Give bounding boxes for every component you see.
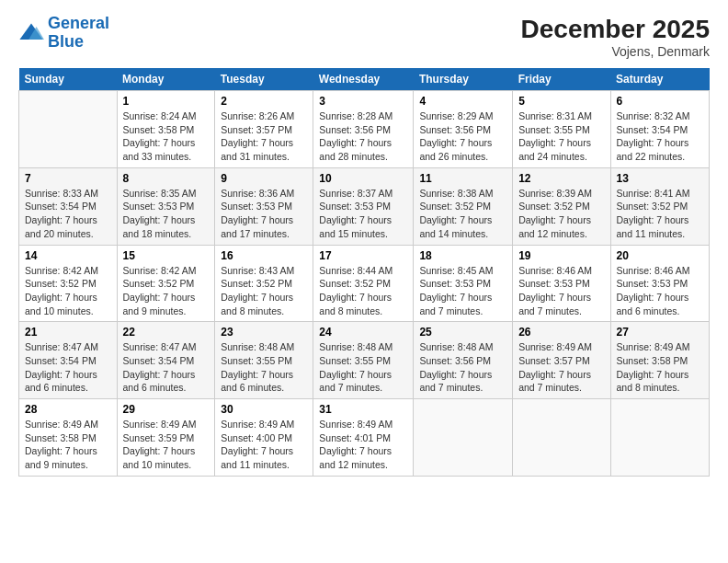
day-cell: 19Sunrise: 8:46 AM Sunset: 3:53 PM Dayli… (513, 245, 610, 322)
day-number: 7 (25, 172, 111, 185)
day-cell: 25Sunrise: 8:48 AM Sunset: 3:56 PM Dayli… (414, 322, 513, 399)
header-row: SundayMondayTuesdayWednesdayThursdayFrid… (19, 68, 710, 91)
day-info: Sunrise: 8:42 AM Sunset: 3:52 PM Dayligh… (123, 264, 210, 318)
day-info: Sunrise: 8:43 AM Sunset: 3:52 PM Dayligh… (221, 264, 307, 318)
day-cell: 21Sunrise: 8:47 AM Sunset: 3:54 PM Dayli… (19, 322, 118, 399)
logo-blue: Blue (48, 33, 109, 52)
day-info: Sunrise: 8:39 AM Sunset: 3:52 PM Dayligh… (518, 187, 604, 241)
day-info: Sunrise: 8:49 AM Sunset: 3:59 PM Dayligh… (123, 418, 210, 472)
day-info: Sunrise: 8:46 AM Sunset: 3:53 PM Dayligh… (617, 264, 703, 318)
day-cell: 9Sunrise: 8:36 AM Sunset: 3:53 PM Daylig… (215, 167, 313, 245)
week-row-2: 7Sunrise: 8:33 AM Sunset: 3:54 PM Daylig… (19, 167, 710, 245)
day-cell (610, 399, 709, 477)
day-number: 1 (123, 95, 210, 108)
week-row-3: 14Sunrise: 8:42 AM Sunset: 3:52 PM Dayli… (19, 245, 710, 322)
col-header-tuesday: Tuesday (215, 68, 313, 91)
col-header-thursday: Thursday (414, 68, 513, 91)
day-info: Sunrise: 8:36 AM Sunset: 3:53 PM Dayligh… (221, 187, 307, 241)
col-header-monday: Monday (117, 68, 215, 91)
day-number: 25 (419, 326, 506, 339)
day-info: Sunrise: 8:37 AM Sunset: 3:53 PM Dayligh… (319, 187, 407, 241)
day-info: Sunrise: 8:49 AM Sunset: 3:58 PM Dayligh… (25, 418, 111, 472)
day-cell: 30Sunrise: 8:49 AM Sunset: 4:00 PM Dayli… (215, 399, 313, 477)
day-cell: 20Sunrise: 8:46 AM Sunset: 3:53 PM Dayli… (610, 245, 709, 322)
day-cell: 18Sunrise: 8:45 AM Sunset: 3:53 PM Dayli… (414, 245, 513, 322)
day-number: 14 (25, 249, 111, 262)
day-number: 13 (617, 172, 703, 185)
day-cell: 13Sunrise: 8:41 AM Sunset: 3:52 PM Dayli… (610, 167, 709, 245)
day-cell: 12Sunrise: 8:39 AM Sunset: 3:52 PM Dayli… (513, 167, 610, 245)
day-cell (414, 399, 513, 477)
day-info: Sunrise: 8:32 AM Sunset: 3:54 PM Dayligh… (617, 109, 703, 164)
col-header-sunday: Sunday (19, 68, 118, 91)
day-number: 11 (419, 172, 506, 185)
page-title: December 2025 (521, 15, 710, 44)
day-cell: 29Sunrise: 8:49 AM Sunset: 3:59 PM Dayli… (117, 399, 215, 477)
day-info: Sunrise: 8:38 AM Sunset: 3:52 PM Dayligh… (419, 187, 506, 241)
day-cell: 24Sunrise: 8:48 AM Sunset: 3:55 PM Dayli… (313, 322, 414, 399)
day-cell: 17Sunrise: 8:44 AM Sunset: 3:52 PM Dayli… (313, 245, 414, 322)
col-header-wednesday: Wednesday (313, 68, 414, 91)
day-number: 18 (419, 249, 506, 262)
day-cell: 16Sunrise: 8:43 AM Sunset: 3:52 PM Dayli… (215, 245, 313, 322)
logo-icon (18, 20, 44, 46)
day-cell: 5Sunrise: 8:31 AM Sunset: 3:55 PM Daylig… (513, 91, 610, 168)
day-number: 28 (25, 403, 111, 416)
day-info: Sunrise: 8:48 AM Sunset: 3:56 PM Dayligh… (419, 340, 506, 395)
day-cell: 1Sunrise: 8:24 AM Sunset: 3:58 PM Daylig… (117, 91, 215, 168)
day-cell: 26Sunrise: 8:49 AM Sunset: 3:57 PM Dayli… (513, 322, 610, 399)
day-number: 31 (319, 403, 407, 416)
day-info: Sunrise: 8:31 AM Sunset: 3:55 PM Dayligh… (518, 109, 604, 164)
day-info: Sunrise: 8:29 AM Sunset: 3:56 PM Dayligh… (419, 109, 506, 164)
day-cell: 6Sunrise: 8:32 AM Sunset: 3:54 PM Daylig… (610, 91, 709, 168)
day-info: Sunrise: 8:45 AM Sunset: 3:53 PM Dayligh… (419, 264, 506, 318)
day-number: 5 (518, 95, 604, 108)
day-number: 10 (319, 172, 407, 185)
day-info: Sunrise: 8:35 AM Sunset: 3:53 PM Dayligh… (123, 187, 210, 241)
day-number: 19 (518, 249, 604, 262)
day-cell (513, 399, 610, 477)
col-header-saturday: Saturday (610, 68, 709, 91)
logo-text: General Blue (48, 15, 109, 52)
day-number: 23 (221, 326, 307, 339)
title-area: December 2025 Vojens, Denmark (521, 15, 710, 59)
day-cell: 15Sunrise: 8:42 AM Sunset: 3:52 PM Dayli… (117, 245, 215, 322)
day-cell: 4Sunrise: 8:29 AM Sunset: 3:56 PM Daylig… (414, 91, 513, 168)
logo: General Blue (18, 15, 109, 52)
day-number: 12 (518, 172, 604, 185)
calendar-table: SundayMondayTuesdayWednesdayThursdayFrid… (18, 68, 710, 477)
day-info: Sunrise: 8:26 AM Sunset: 3:57 PM Dayligh… (221, 109, 307, 164)
day-number: 26 (518, 326, 604, 339)
day-number: 17 (319, 249, 407, 262)
day-cell: 11Sunrise: 8:38 AM Sunset: 3:52 PM Dayli… (414, 167, 513, 245)
logo-general: General (48, 14, 109, 32)
day-number: 29 (123, 403, 210, 416)
day-info: Sunrise: 8:49 AM Sunset: 3:57 PM Dayligh… (518, 340, 604, 395)
day-cell: 22Sunrise: 8:47 AM Sunset: 3:54 PM Dayli… (117, 322, 215, 399)
header: General Blue December 2025 Vojens, Denma… (18, 15, 710, 59)
day-info: Sunrise: 8:49 AM Sunset: 3:58 PM Dayligh… (617, 340, 703, 395)
day-info: Sunrise: 8:46 AM Sunset: 3:53 PM Dayligh… (518, 264, 604, 318)
day-cell: 3Sunrise: 8:28 AM Sunset: 3:56 PM Daylig… (313, 91, 414, 168)
day-cell: 2Sunrise: 8:26 AM Sunset: 3:57 PM Daylig… (215, 91, 313, 168)
day-info: Sunrise: 8:24 AM Sunset: 3:58 PM Dayligh… (123, 109, 210, 164)
page: General Blue December 2025 Vojens, Denma… (0, 0, 728, 563)
day-info: Sunrise: 8:49 AM Sunset: 4:00 PM Dayligh… (221, 418, 307, 472)
day-number: 21 (25, 326, 111, 339)
day-info: Sunrise: 8:42 AM Sunset: 3:52 PM Dayligh… (25, 264, 111, 318)
day-number: 15 (123, 249, 210, 262)
day-number: 27 (617, 326, 703, 339)
day-info: Sunrise: 8:44 AM Sunset: 3:52 PM Dayligh… (319, 264, 407, 318)
day-number: 30 (221, 403, 307, 416)
day-cell: 23Sunrise: 8:48 AM Sunset: 3:55 PM Dayli… (215, 322, 313, 399)
day-number: 9 (221, 172, 307, 185)
day-info: Sunrise: 8:47 AM Sunset: 3:54 PM Dayligh… (123, 340, 210, 395)
day-cell: 7Sunrise: 8:33 AM Sunset: 3:54 PM Daylig… (19, 167, 118, 245)
day-info: Sunrise: 8:48 AM Sunset: 3:55 PM Dayligh… (319, 340, 407, 395)
day-number: 24 (319, 326, 407, 339)
day-cell: 31Sunrise: 8:49 AM Sunset: 4:01 PM Dayli… (313, 399, 414, 477)
day-cell (19, 91, 118, 168)
day-number: 8 (123, 172, 210, 185)
day-cell: 14Sunrise: 8:42 AM Sunset: 3:52 PM Dayli… (19, 245, 118, 322)
day-info: Sunrise: 8:48 AM Sunset: 3:55 PM Dayligh… (221, 340, 307, 395)
